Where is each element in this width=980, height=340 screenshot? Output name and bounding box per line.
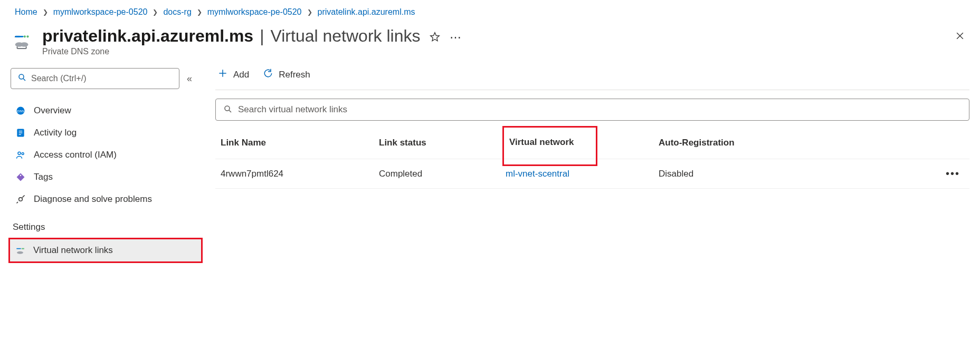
sidebar-item-label: Activity log xyxy=(34,128,77,138)
overview-icon: DNS xyxy=(15,105,26,116)
refresh-icon xyxy=(263,68,273,81)
plus-icon xyxy=(217,68,228,81)
column-header-auto-registration[interactable]: Auto-Registration xyxy=(659,138,933,148)
sidebar-section-settings: Settings xyxy=(13,222,201,232)
breadcrumb-item[interactable]: mymlworkspace-pe-0520 xyxy=(53,7,148,17)
svg-point-3 xyxy=(20,42,28,47)
chevron-right-icon: ❯ xyxy=(197,8,202,16)
sidebar-item-label: Tags xyxy=(34,172,53,182)
cell-auto-registration: Disabled xyxy=(659,169,933,179)
sidebar-item-label: Virtual network links xyxy=(33,245,113,256)
sidebar-search-input[interactable] xyxy=(31,74,173,83)
table-header: Link Name Link status Virtual network Au… xyxy=(215,127,969,159)
iam-icon xyxy=(15,149,26,161)
breadcrumb-item[interactable]: Home xyxy=(15,7,37,17)
activity-log-icon xyxy=(15,127,26,139)
sidebar-item-diagnose[interactable]: Diagnose and solve problems xyxy=(11,188,201,210)
breadcrumb-item[interactable]: mymlworkspace-pe-0520 xyxy=(207,7,302,17)
sidebar-item-label: Overview xyxy=(34,105,71,116)
page-title: privatelink.api.azureml.ms | Virtual net… xyxy=(42,26,420,46)
svg-marker-4 xyxy=(431,32,440,41)
main-search-input[interactable] xyxy=(238,104,962,115)
column-header-virtual-network[interactable]: Virtual network xyxy=(506,135,659,150)
cell-link-status: Completed xyxy=(379,169,506,179)
breadcrumb-item[interactable]: privatelink.api.azureml.ms xyxy=(318,7,415,17)
column-header-virtual-network-label: Virtual network xyxy=(502,126,597,166)
svg-point-24 xyxy=(225,106,230,111)
cell-virtual-network: ml-vnet-scentral xyxy=(506,169,659,179)
refresh-button-label: Refresh xyxy=(279,70,310,80)
main-search[interactable] xyxy=(215,99,969,121)
sidebar-item-vnet-links[interactable]: Virtual network links xyxy=(8,238,203,263)
svg-point-21 xyxy=(17,251,23,254)
vnet-links-icon xyxy=(14,245,26,256)
column-header-link-status[interactable]: Link status xyxy=(379,138,506,148)
main-content: Add Refresh Link Name Link status Virtua… xyxy=(215,68,969,263)
svg-point-7 xyxy=(19,74,24,79)
collapse-sidebar-button[interactable]: « xyxy=(187,73,192,84)
virtual-network-link[interactable]: ml-vnet-scentral xyxy=(506,169,569,179)
sidebar-item-label: Diagnose and solve problems xyxy=(34,194,152,205)
search-icon xyxy=(223,104,233,115)
resource-name: privatelink.api.azureml.ms xyxy=(42,26,253,46)
breadcrumb: Home ❯ mymlworkspace-pe-0520 ❯ docs-rg ❯… xyxy=(11,7,969,17)
toolbar-divider xyxy=(215,90,969,90)
svg-point-18 xyxy=(19,198,23,201)
svg-point-20 xyxy=(23,248,24,249)
more-actions-icon[interactable]: ⋯ xyxy=(450,31,462,44)
sidebar-search[interactable] xyxy=(11,68,179,89)
sidebar-item-iam[interactable]: Access control (IAM) xyxy=(11,144,201,166)
sidebar-item-activity-log[interactable]: Activity log xyxy=(11,122,201,144)
svg-point-15 xyxy=(18,152,21,154)
breadcrumb-item[interactable]: docs-rg xyxy=(163,7,191,17)
svg-line-25 xyxy=(229,110,231,112)
tags-icon xyxy=(15,171,26,183)
svg-line-8 xyxy=(23,79,25,81)
close-button[interactable] xyxy=(955,34,965,43)
refresh-button[interactable]: Refresh xyxy=(263,68,310,81)
chevron-right-icon: ❯ xyxy=(153,8,158,16)
svg-point-19 xyxy=(22,248,23,249)
page-header: privatelink.api.azureml.ms | Virtual net… xyxy=(11,26,969,56)
chevron-right-icon: ❯ xyxy=(43,8,48,16)
diagnose-icon xyxy=(15,193,26,205)
row-more-actions-icon[interactable]: ••• xyxy=(933,168,964,180)
column-header-link-name[interactable]: Link Name xyxy=(221,138,379,148)
sidebar-item-label: Access control (IAM) xyxy=(34,150,117,160)
sidebar: « DNS Overview Activity log Access contr… xyxy=(11,68,201,263)
cell-link-name: 4rwwn7pmtl624 xyxy=(221,169,379,179)
svg-text:DNS: DNS xyxy=(17,109,24,113)
svg-point-16 xyxy=(22,153,24,155)
search-icon xyxy=(17,73,27,84)
svg-point-17 xyxy=(20,174,22,176)
add-button-label: Add xyxy=(233,70,249,80)
sidebar-item-tags[interactable]: Tags xyxy=(11,166,201,188)
blade-name: Virtual network links xyxy=(270,26,420,46)
chevron-right-icon: ❯ xyxy=(307,8,312,16)
dns-zone-icon xyxy=(13,26,33,51)
resource-type-label: Private DNS zone xyxy=(42,47,420,56)
page-title-separator: | xyxy=(260,26,264,46)
sidebar-item-overview[interactable]: DNS Overview xyxy=(11,100,201,122)
add-button[interactable]: Add xyxy=(217,68,249,81)
favorite-star-icon[interactable] xyxy=(430,32,440,44)
toolbar: Add Refresh xyxy=(215,68,969,81)
